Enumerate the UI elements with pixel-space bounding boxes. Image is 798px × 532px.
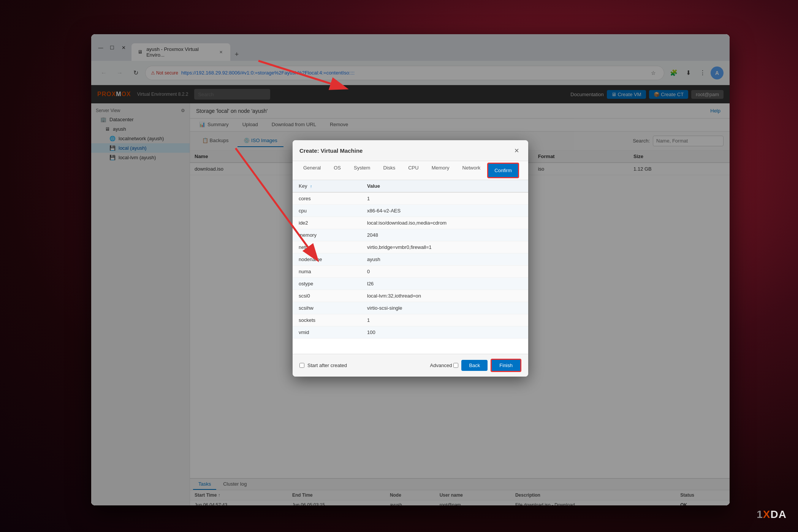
val-vmid: 100 bbox=[361, 326, 528, 339]
modal-close-button[interactable]: ✕ bbox=[511, 146, 521, 155]
key-scsi0: scsi0 bbox=[293, 290, 361, 302]
val-net0: virtio,bridge=vmbr0,firewall=1 bbox=[361, 241, 528, 253]
tab-system[interactable]: System bbox=[348, 161, 376, 180]
svg-line-1 bbox=[258, 61, 331, 84]
tab-general[interactable]: General bbox=[297, 161, 327, 180]
tab-memory[interactable]: Memory bbox=[426, 161, 456, 180]
config-row-nodename: nodename ayush bbox=[293, 253, 528, 266]
start-after-section: Start after created bbox=[299, 363, 347, 368]
val-nodename: ayush bbox=[361, 253, 528, 266]
config-row-cores: cores 1 bbox=[293, 192, 528, 205]
config-row-sockets: sockets 1 bbox=[293, 314, 528, 326]
sort-arrow: ↑ bbox=[310, 184, 312, 188]
val-cores: 1 bbox=[361, 192, 528, 205]
modal-body-spacer bbox=[293, 339, 528, 354]
advanced-checkbox[interactable] bbox=[453, 363, 458, 368]
start-after-label: Start after created bbox=[307, 363, 347, 368]
config-row-ostype: ostype l26 bbox=[293, 278, 528, 290]
col-key: Key ↑ bbox=[293, 180, 361, 192]
key-sockets: sockets bbox=[293, 314, 361, 326]
tab-confirm[interactable]: Confirm bbox=[487, 163, 519, 178]
tab-network[interactable]: Network bbox=[456, 161, 487, 180]
config-table: Key ↑ Value cores 1 cpu x bbox=[293, 180, 528, 339]
key-nodename: nodename bbox=[293, 253, 361, 266]
config-row-net0: net0 virtio,bridge=vmbr0,firewall=1 bbox=[293, 241, 528, 253]
modal-actions: Advanced Back Finish bbox=[430, 359, 521, 372]
col-value: Value bbox=[361, 180, 528, 192]
val-memory: 2048 bbox=[361, 229, 528, 241]
val-numa: 0 bbox=[361, 266, 528, 278]
key-net0: net0 bbox=[293, 241, 361, 253]
modal-overlay: Create: Virtual Machine ✕ General OS Sys… bbox=[91, 34, 730, 505]
key-scsihw: scsihw bbox=[293, 302, 361, 314]
tab-os[interactable]: OS bbox=[328, 161, 347, 180]
key-ostype: ostype bbox=[293, 278, 361, 290]
chrome-window: — ☐ ✕ 🖥 ayush - Proxmox Virtual Enviro..… bbox=[91, 34, 730, 505]
back-button[interactable]: Back bbox=[461, 360, 488, 371]
modal-header: Create: Virtual Machine ✕ bbox=[293, 140, 528, 161]
key-cores: cores bbox=[293, 192, 361, 205]
key-numa: numa bbox=[293, 266, 361, 278]
config-row-scsihw: scsihw virtio-scsi-single bbox=[293, 302, 528, 314]
modal-body: Key ↑ Value cores 1 cpu x bbox=[293, 180, 528, 354]
tab-cpu[interactable]: CPU bbox=[402, 161, 424, 180]
tab-disks[interactable]: Disks bbox=[377, 161, 401, 180]
val-scsihw: virtio-scsi-single bbox=[361, 302, 528, 314]
key-memory: memory bbox=[293, 229, 361, 241]
key-cpu: cpu bbox=[293, 205, 361, 217]
finish-button[interactable]: Finish bbox=[491, 359, 521, 372]
val-ide2: local:iso/download.iso,media=cdrom bbox=[361, 217, 528, 229]
key-ide2: ide2 bbox=[293, 217, 361, 229]
config-row-cpu: cpu x86-64-v2-AES bbox=[293, 205, 528, 217]
val-sockets: 1 bbox=[361, 314, 528, 326]
config-row-numa: numa 0 bbox=[293, 266, 528, 278]
modal-title: Create: Virtual Machine bbox=[299, 147, 363, 154]
config-row-ide2: ide2 local:iso/download.iso,media=cdrom bbox=[293, 217, 528, 229]
start-after-checkbox[interactable] bbox=[299, 363, 304, 368]
create-vm-modal: Create: Virtual Machine ✕ General OS Sys… bbox=[293, 140, 528, 377]
config-row-scsi0: scsi0 local-lvm:32,iothread=on bbox=[293, 290, 528, 302]
key-vmid: vmid bbox=[293, 326, 361, 339]
modal-tabs: General OS System Disks CPU Memory Netwo… bbox=[293, 161, 528, 180]
val-ostype: l26 bbox=[361, 278, 528, 290]
val-scsi0: local-lvm:32,iothread=on bbox=[361, 290, 528, 302]
config-row-vmid: vmid 100 bbox=[293, 326, 528, 339]
val-cpu: x86-64-v2-AES bbox=[361, 205, 528, 217]
modal-footer: Start after created Advanced Back Finish bbox=[293, 354, 528, 377]
xda-watermark: 1XDA bbox=[757, 508, 787, 521]
config-row-memory: memory 2048 bbox=[293, 229, 528, 241]
advanced-label: Advanced bbox=[430, 363, 452, 368]
advanced-section: Advanced bbox=[430, 363, 459, 368]
